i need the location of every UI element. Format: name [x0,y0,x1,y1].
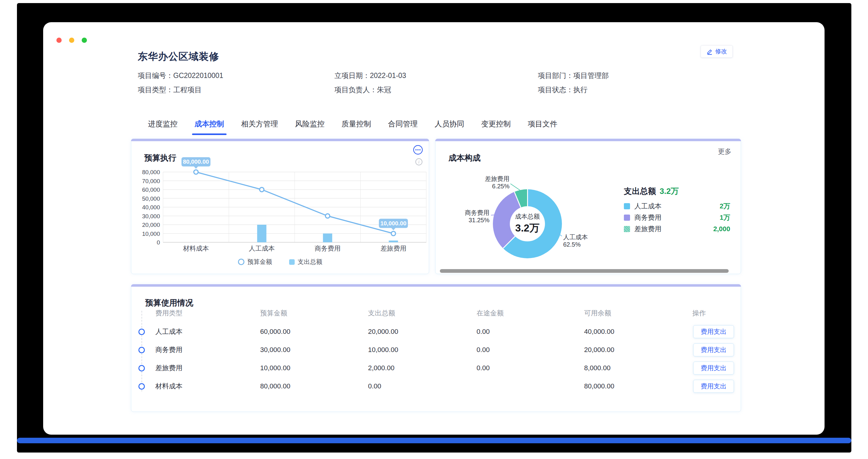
legend-label: 预算金额 [248,258,272,266]
tab-4[interactable]: 风险监控 [295,118,324,133]
cost-legend-item[interactable]: 商务费用1万 [624,212,730,223]
tab-9[interactable]: 项目文件 [528,118,557,133]
svg-text:60,000: 60,000 [142,186,160,193]
edit-button[interactable]: 修改 [701,45,733,58]
svg-text:10,000: 10,000 [142,231,160,237]
app-window: 东华办公区域装修 修改 项目编号：GC2022010001立项日期：2022-0… [43,22,825,435]
project-info: 项目编号：GC2022010001立项日期：2022-01-03项目部门：项目管… [138,68,754,97]
column-header: 预算金额 [260,309,287,318]
cell: 60,000.00 [260,323,290,341]
cell: 10,000.00 [260,359,290,377]
bottom-accent-bar [17,438,851,443]
callout-percent: 6.25% [479,183,509,190]
legend-label: 人工成本 [634,202,661,211]
cell: 40,000.00 [584,323,614,341]
legend-label: 商务费用 [634,213,661,222]
more-link[interactable]: 更多 [718,147,732,156]
tab-5[interactable]: 质量控制 [342,118,371,133]
row-node-icon [138,365,145,371]
legend-value: 2,000 [713,225,730,233]
svg-text:80,000: 80,000 [142,169,160,175]
budget-usage-card: 预算使用情况 费用类型预算金额支出总额在途金额可用余额操作 人工成本60,000… [131,284,741,412]
legend-item-line[interactable]: 预算金额 [238,258,272,266]
info-row: 项目编号：GC2022010001立项日期：2022-01-03项目部门：项目管… [138,68,754,83]
table-header-row: 费用类型预算金额支出总额在途金额可用余额操作 [131,309,741,318]
cell: 0.00 [476,341,490,359]
cell: 20,000.00 [584,341,614,359]
donut-center-value: 3.2万 [516,221,540,235]
cell: 商务费用 [155,341,183,359]
tab-3[interactable]: 相关方管理 [241,118,278,133]
pencil-icon [707,49,713,55]
svg-text:材料成本: 材料成本 [183,245,209,252]
bar-marker-icon [289,259,295,265]
svg-text:人工成本: 人工成本 [249,245,275,252]
info-field: 项目编号：GC2022010001 [138,71,335,81]
table-row: 商务费用30,000.0010,000.000.0020,000.00费用支出 [131,341,741,359]
row-node-icon [138,329,145,335]
card-title-budget: 预算执行 [144,153,176,163]
svg-text:0: 0 [157,239,160,246]
close-window-icon[interactable] [56,38,62,43]
cell: 10,000.00 [368,341,398,359]
expense-button[interactable]: 费用支出 [693,343,734,356]
svg-text:40,000: 40,000 [142,204,160,211]
callout-label: 差旅费用 [479,175,509,183]
svg-text:80,000.00: 80,000.00 [183,158,209,165]
cell: 20,000.00 [368,323,398,341]
tab-8[interactable]: 变更控制 [481,118,511,133]
minimize-window-icon[interactable] [69,38,74,43]
svg-text:50,000: 50,000 [142,195,160,202]
card-title-cost: 成本构成 [448,153,480,163]
column-header: 可用余额 [584,309,611,318]
line-marker-icon [238,258,244,265]
table-row: 材料成本80,000.000.0080,000.00费用支出 [131,377,741,395]
total-expense: 支出总额3.2万 [624,186,730,197]
tab-6[interactable]: 合同管理 [388,118,418,133]
callout-percent: 31.25% [459,216,490,224]
svg-text:10,000.00: 10,000.00 [380,220,407,226]
info-row: 项目类型：工程项目项目负责人：朱冠项目状态：执行 [138,83,754,97]
total-expense-value: 3.2万 [660,186,679,196]
legend-item-bar[interactable]: 支出总额 [289,258,322,266]
svg-text:70,000: 70,000 [142,178,160,184]
column-header: 在途金额 [476,309,504,318]
tab-bar: 进度监控成本控制相关方管理风险监控质量控制合同管理人员协同变更控制项目文件 [148,118,557,133]
window-frame: 东华办公区域装修 修改 项目编号：GC2022010001立项日期：2022-0… [17,3,851,453]
info-field: 项目部门：项目管理部 [538,71,609,81]
info-field: 项目类型：工程项目 [138,85,335,95]
tab-2[interactable]: 成本控制 [194,118,224,133]
cell: 0.00 [476,359,490,377]
legend-label: 支出总额 [298,258,322,266]
cost-composition-card: 成本构成 更多 成本总额 3.2万 差旅费用6.25% [435,139,741,274]
cell: 80,000.00 [260,377,290,395]
cost-legend: 支出总额3.2万 人工成本2万商务费用1万差旅费用2,000 [624,186,730,235]
tab-1[interactable]: 进度监控 [148,118,178,133]
callout-label: 人工成本 [563,233,600,241]
cell: 0.00 [368,377,381,395]
callout-travel: 差旅费用6.25% [479,175,509,190]
circle-ellipsis-icon[interactable] [413,145,423,156]
cost-donut-chart[interactable]: 成本总额 3.2万 [493,189,562,258]
svg-text:商务费用: 商务费用 [315,245,341,252]
table-row: 人工成本60,000.0020,000.000.0040,000.00费用支出 [131,323,741,341]
callout-label: 商务费用 [459,209,490,216]
maximize-window-icon[interactable] [82,38,87,43]
expense-button[interactable]: 费用支出 [693,362,734,374]
expense-button[interactable]: 费用支出 [693,325,734,338]
total-expense-label: 支出总额 [624,186,656,196]
callout-business: 商务费用31.25% [459,209,490,224]
donut-center: 成本总额 3.2万 [510,206,545,241]
info-field: 立项日期：2022-01-03 [335,71,538,81]
legend-swatch-icon [624,203,630,209]
table-row: 差旅费用10,000.002,000.000.008,000.00费用支出 [131,359,741,377]
cost-legend-item[interactable]: 人工成本2万 [624,201,730,212]
donut-center-label: 成本总额 [515,212,540,221]
expense-button[interactable]: 费用支出 [693,380,734,393]
info-field: 项目状态：执行 [538,85,588,95]
info-icon[interactable]: i [415,158,423,167]
tab-7[interactable]: 人员协同 [435,118,464,133]
svg-text:20,000: 20,000 [142,222,160,228]
cost-legend-item[interactable]: 差旅费用2,000 [624,223,730,235]
horizontal-scrollbar[interactable] [440,269,729,273]
